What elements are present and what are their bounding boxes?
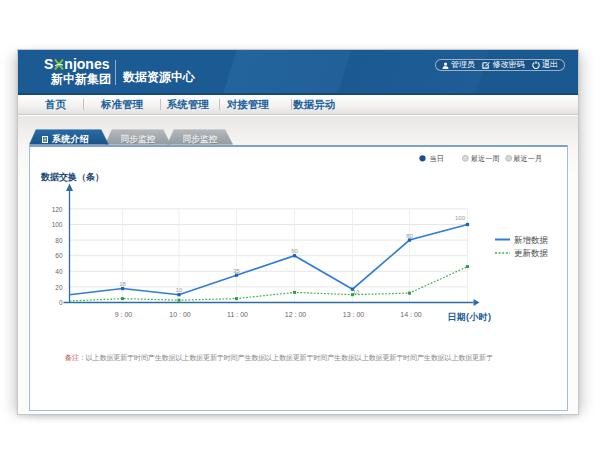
svg-text:0: 0: [59, 299, 63, 306]
svg-text:备注：以上数据更新于时间产生数据以上数据更新于时间产生数据以: 备注：以上数据更新于时间产生数据以上数据更新于时间产生数据以上数据更新于时间产生…: [65, 353, 493, 362]
svg-text:13 : 00: 13 : 00: [343, 310, 365, 317]
svg-text:20: 20: [55, 283, 63, 290]
svg-text:10: 10: [353, 288, 360, 294]
svg-text:120: 120: [52, 205, 63, 212]
svg-text:11 : 00: 11 : 00: [227, 310, 248, 317]
svg-text:日期(小时): 日期(小时): [448, 311, 492, 321]
svg-text:14 : 00: 14 : 00: [400, 310, 422, 317]
svg-text:数据交换（条）: 数据交换（条）: [40, 171, 104, 181]
svg-text:最近一周: 最近一周: [471, 154, 500, 163]
svg-text:100: 100: [455, 214, 466, 220]
svg-text:100: 100: [52, 221, 63, 228]
svg-text:60: 60: [291, 248, 298, 254]
svg-text:60: 60: [55, 252, 63, 259]
svg-text:新增数据: 新增数据: [514, 234, 549, 244]
svg-text:80: 80: [55, 236, 63, 243]
svg-text:最近一月: 最近一月: [513, 154, 542, 163]
svg-text:35: 35: [233, 267, 240, 273]
svg-text:18: 18: [119, 280, 126, 286]
svg-text:9 : 00: 9 : 00: [115, 310, 133, 317]
svg-text:10 : 00: 10 : 00: [169, 310, 191, 317]
svg-text:当日: 当日: [430, 154, 444, 163]
svg-text:更新数据: 更新数据: [514, 248, 549, 258]
svg-text:40: 40: [55, 268, 63, 275]
svg-text:12 : 00: 12 : 00: [285, 310, 307, 317]
svg-text:80: 80: [406, 232, 413, 238]
svg-text:10: 10: [176, 287, 183, 293]
